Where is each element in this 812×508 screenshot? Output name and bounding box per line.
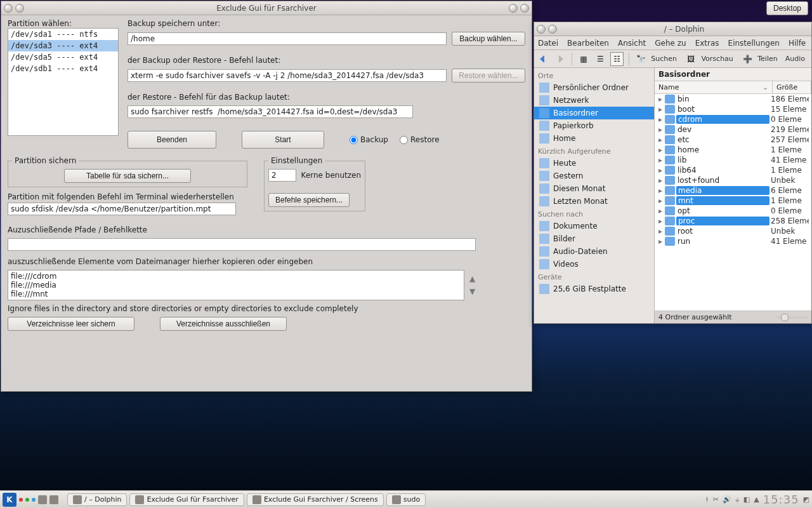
- restore-cmd-input[interactable]: [128, 105, 413, 118]
- restore-terminal-input[interactable]: [8, 203, 236, 215]
- menu-icon[interactable]: [4, 4, 13, 13]
- minimize-icon[interactable]: [509, 4, 518, 13]
- bluetooth-icon[interactable]: ᚼ: [705, 495, 709, 504]
- preview-icon[interactable]: 🖼: [684, 52, 697, 66]
- col-name[interactable]: Name: [658, 83, 679, 91]
- partition-item[interactable]: /dev/sda1 ---- ntfs: [8, 29, 118, 40]
- expand-icon[interactable]: ▸: [657, 237, 664, 246]
- tree-row[interactable]: ▸bin186 Eleme: [655, 94, 811, 104]
- exclude-dirs-button[interactable]: Verzeichnisse ausschließen: [160, 317, 287, 331]
- taskbar-task[interactable]: Exclude Gui Fsarchiver / Screens: [247, 493, 384, 506]
- view-list-icon[interactable]: ☰: [594, 52, 606, 66]
- expand-icon[interactable]: ▸: [657, 95, 664, 104]
- menu-item[interactable]: Einstellungen: [728, 39, 780, 48]
- preview-label[interactable]: Vorschau: [701, 55, 733, 63]
- expand-icon[interactable]: ▸: [657, 166, 664, 175]
- expand-icon[interactable]: ▸: [657, 196, 664, 205]
- radio-restore[interactable]: Restore: [400, 135, 440, 144]
- notifications-icon[interactable]: ▲: [754, 495, 759, 504]
- save-table-button[interactable]: Tabelle für sda sichern...: [64, 169, 191, 183]
- expand-icon[interactable]: ▸: [657, 217, 664, 225]
- column-headers[interactable]: Name ⌄ Größe: [655, 81, 811, 94]
- activity-dot-icon[interactable]: [19, 498, 23, 502]
- tree-row[interactable]: ▸home1 Eleme: [655, 145, 811, 155]
- share-icon[interactable]: ➕: [741, 52, 754, 66]
- expand-icon[interactable]: ▸: [657, 186, 664, 195]
- menu-item[interactable]: Ansicht: [618, 39, 646, 48]
- tree-row[interactable]: ▸rootUnbek: [655, 226, 811, 236]
- kickoff-menu-icon[interactable]: K: [3, 493, 16, 507]
- backup-path-input[interactable]: [128, 32, 447, 45]
- updates-icon[interactable]: ◧: [743, 495, 750, 504]
- places-item[interactable]: Letzten Monat: [534, 195, 654, 208]
- clipboard-icon[interactable]: ✂: [713, 495, 719, 504]
- tree-row[interactable]: ▸run41 Eleme: [655, 236, 811, 246]
- start-button[interactable]: Start: [242, 131, 324, 149]
- expand-icon[interactable]: ▸: [657, 176, 664, 185]
- command-input[interactable]: [128, 69, 447, 82]
- forward-icon[interactable]: [553, 52, 566, 66]
- places-item[interactable]: Netzwerk: [534, 94, 654, 107]
- back-icon[interactable]: [537, 52, 549, 66]
- close-icon[interactable]: [520, 4, 529, 13]
- show-desktop-icon[interactable]: ◩: [803, 495, 809, 504]
- tree-row[interactable]: ▸opt0 Eleme: [655, 206, 811, 216]
- expand-icon[interactable]: ▸: [657, 227, 664, 236]
- tree-row[interactable]: ▸lost+foundUnbek: [655, 175, 811, 185]
- fsarchiver-titlebar[interactable]: Exclude Gui für Fsarchiver: [1, 1, 532, 15]
- binoculars-icon[interactable]: 🔭: [634, 52, 647, 66]
- audio-label[interactable]: Audio: [785, 55, 805, 63]
- expand-icon[interactable]: ▸: [657, 156, 664, 164]
- places-item[interactable]: Videos: [534, 258, 654, 271]
- network-icon[interactable]: ⏚: [735, 495, 740, 504]
- launcher-icon[interactable]: [38, 495, 47, 504]
- file-tree[interactable]: ▸bin186 Eleme▸boot15 Eleme▸cdrom0 Eleme▸…: [655, 94, 811, 311]
- clock[interactable]: 15:35: [763, 493, 799, 506]
- places-item[interactable]: Audio-Dateien: [534, 245, 654, 258]
- places-item[interactable]: 25,6 GiB Festplatte: [534, 283, 654, 295]
- partition-item[interactable]: /dev/sdb1 ---- ext4: [8, 63, 118, 74]
- save-commands-button[interactable]: Befehle speichern...: [268, 193, 350, 207]
- partition-list[interactable]: /dev/sda1 ---- ntfs/dev/sda3 ---- ext4/d…: [8, 28, 119, 136]
- expand-icon[interactable]: ▸: [657, 145, 664, 154]
- menu-item[interactable]: Bearbeiten: [567, 39, 609, 48]
- pin-icon[interactable]: [548, 25, 557, 34]
- tree-row[interactable]: ▸mnt1 Eleme: [655, 196, 811, 206]
- choose-backup-button[interactable]: Backup wählen...: [452, 32, 525, 46]
- tree-row[interactable]: ▸lib41 Eleme: [655, 155, 811, 165]
- view-tree-icon[interactable]: ☷: [610, 52, 624, 66]
- col-size[interactable]: Größe: [773, 81, 811, 93]
- desktop-switcher-button[interactable]: Desktop: [766, 1, 808, 15]
- exclude-list-textarea[interactable]: [8, 270, 464, 300]
- pin-icon[interactable]: [15, 4, 24, 13]
- tree-row[interactable]: ▸cdrom0 Eleme: [655, 114, 811, 124]
- exclude-input[interactable]: [8, 238, 476, 251]
- expand-icon[interactable]: ▸: [657, 206, 664, 215]
- launcher-icon[interactable]: [49, 495, 58, 504]
- partition-item[interactable]: /dev/sda3 ---- ext4: [8, 40, 118, 51]
- tree-row[interactable]: ▸dev219 Eleme: [655, 124, 811, 135]
- zoom-slider[interactable]: [776, 316, 808, 319]
- scroll-up-icon[interactable]: ▲: [469, 274, 475, 283]
- places-item[interactable]: Heute: [534, 157, 654, 170]
- tree-row[interactable]: ▸boot15 Eleme: [655, 104, 811, 114]
- tree-row[interactable]: ▸media6 Eleme: [655, 185, 811, 196]
- cores-spinner[interactable]: [268, 169, 296, 182]
- places-item[interactable]: Dokumente: [534, 220, 654, 232]
- places-panel[interactable]: OrtePersönlicher OrdnerNetzwerkBasisordn…: [534, 68, 655, 323]
- places-item[interactable]: Persönlicher Ordner: [534, 81, 654, 94]
- places-item[interactable]: Basisordner: [534, 107, 654, 119]
- places-item[interactable]: Home: [534, 132, 654, 145]
- taskbar-task[interactable]: / – Dolphin: [67, 493, 127, 506]
- partition-item[interactable]: /dev/sda5 ---- ext4: [8, 51, 118, 63]
- menu-item[interactable]: Hilfe: [789, 39, 806, 48]
- share-label[interactable]: Teilen: [757, 55, 777, 63]
- search-label[interactable]: Suchen: [651, 55, 677, 63]
- expand-icon[interactable]: ▸: [657, 135, 664, 144]
- radio-backup[interactable]: Backup: [350, 135, 388, 144]
- tree-row[interactable]: ▸lib641 Eleme: [655, 165, 811, 175]
- tree-row[interactable]: ▸etc257 Eleme: [655, 135, 811, 145]
- expand-icon[interactable]: ▸: [657, 125, 664, 134]
- menu-item[interactable]: Extras: [695, 39, 719, 48]
- quit-button[interactable]: Beenden: [128, 131, 216, 149]
